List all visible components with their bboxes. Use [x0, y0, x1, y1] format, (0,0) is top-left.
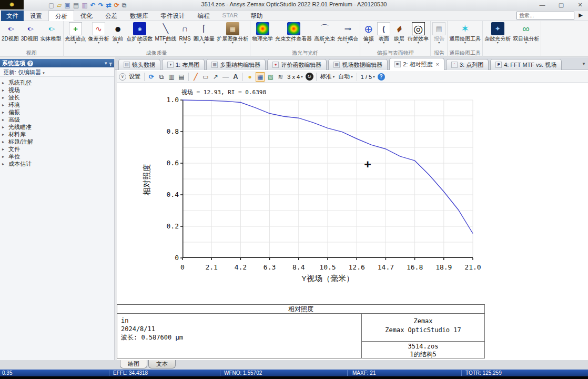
relative-illumination-plot [183, 100, 473, 258]
ribbon-psf-button[interactable]: ◉点扩散函数▾ [126, 21, 154, 44]
sidebar-item-系统孔径[interactable]: ▸系统孔径 [2, 79, 114, 86]
tab-plot-view[interactable]: 绘图 [120, 360, 147, 368]
close-tab-icon[interactable]: × [435, 61, 439, 67]
ribbon-enclosed-energy-button[interactable]: ⌈圈入能量▾ [192, 21, 216, 44]
sidebar-item-光线瞄准[interactable]: ▸光线瞄准 [2, 123, 114, 131]
grid-layout-icon[interactable]: ▦ [256, 72, 265, 82]
tab-2: 相对照度[interactable]: RI2: 相对照度× [389, 58, 444, 70]
menu-tab-帮助[interactable]: 帮助 [244, 11, 269, 21]
page-select[interactable]: 1 / 5▾ [360, 72, 376, 82]
menu-tab-优化[interactable]: 优化 [74, 11, 99, 21]
ribbon-beam-file-viewer-button[interactable]: 光束文件查看器 [274, 21, 313, 42]
ribbon-surface-button[interactable]: (表面▾ [376, 21, 391, 44]
sidebar-item-环境[interactable]: ▸环境 [2, 101, 114, 108]
search-input[interactable] [516, 12, 574, 19]
ribbon-solid-model-button[interactable]: ◗▷实体模型 [39, 21, 63, 42]
standard-select[interactable]: 标准▾ [319, 72, 336, 82]
ribbon-mtf-curve-button[interactable]: ╲MTF曲线▾ [154, 21, 178, 44]
tab-label: 视场数据编辑器 [342, 61, 382, 69]
chevron-right-icon: ▸ [2, 132, 6, 137]
maximize-button[interactable]: ▢ [555, 1, 567, 9]
pin-icon[interactable]: ┳ [109, 61, 112, 66]
sidebar-item-成本估计[interactable]: ▸成本估计 [2, 160, 114, 167]
highlight-icon[interactable]: ● [246, 72, 254, 82]
copy-icon[interactable]: ⧉ [157, 72, 166, 82]
dropdown-arrow-icon: ▾ [232, 42, 234, 44]
draw-rectangle-icon[interactable]: ▭ [201, 72, 210, 82]
menu-tab-分析[interactable]: 分析 [48, 11, 74, 21]
tab-多重结构编辑器[interactable]: ▦多重结构编辑器 [206, 59, 266, 70]
print-icon[interactable]: ▤ [177, 72, 186, 82]
help-icon[interactable]: ? [378, 73, 385, 81]
ribbon-stray-light-button[interactable]: ✦杂散光分析▾ [483, 21, 512, 44]
search-go-icon[interactable]: ▶ [579, 12, 583, 18]
menu-tab-文件[interactable]: 文件 [1, 11, 24, 21]
ribbon-lens-3d-button[interactable]: ◖▷3D视图 [20, 21, 39, 42]
sidebar-item-波长[interactable]: ▸波长 [2, 94, 114, 101]
auto-select[interactable]: 自动▾ [337, 72, 354, 82]
ribbon-lens-2d-button[interactable]: ◖▷2D视图 [1, 21, 20, 42]
menu-tab-STAR[interactable]: STAR [216, 11, 245, 21]
menu-tab-公差[interactable]: 公差 [99, 11, 124, 21]
close-button[interactable]: ✕ [574, 1, 586, 9]
help-circle-icon[interactable]: ? [27, 61, 33, 66]
save-image-icon[interactable]: ▥ [167, 72, 176, 82]
ribbon-diffraction-efficiency-button[interactable]: ◎衍射效率▾ [407, 21, 430, 44]
tab-镜头数据[interactable]: ▤镜头数据 [118, 59, 160, 70]
sidebar-item-偏振[interactable]: ▸偏振 [2, 108, 114, 116]
tab-3: 点列图[interactable]: ∴3: 点列图 [446, 59, 489, 70]
draw-arrow-icon[interactable]: ↗ [211, 72, 220, 82]
grid-size[interactable]: 3 x 4▾ [286, 72, 303, 82]
sidebar-item-视场[interactable]: ▸视场 [2, 86, 114, 94]
ribbon-report-button[interactable]: ▤报告▾ [431, 21, 447, 44]
tab-overflow-icon[interactable]: ▼ [582, 62, 586, 66]
ribbon-coating-button[interactable]: ▰膜层▾ [391, 21, 407, 44]
dropdown-arrow-icon: ▾ [438, 42, 440, 44]
menu-tab-零件设计[interactable]: 零件设计 [155, 11, 191, 21]
sidebar-item-材料库[interactable]: ▸材料库 [2, 131, 114, 138]
product-line: Zemax OpticStudio 17 [362, 326, 484, 335]
menu-tabs: 文件设置分析优化公差数据库零件设计编程STAR帮助 [0, 11, 588, 21]
update-mode-dropdown[interactable]: 更新: 仅编辑器 ▾ [0, 67, 114, 77]
sidebar-item-标题/注解[interactable]: ▸标题/注解 [2, 138, 114, 145]
replay-icon[interactable]: ↻ [306, 73, 313, 81]
ribbon-binocular-button[interactable]: ∞双目镜分析▾ [512, 21, 540, 44]
chevron-right-icon: ▸ [2, 81, 6, 85]
ribbon-extended-image-button[interactable]: ▦扩展图像分析▾ [216, 21, 249, 44]
draw-line-icon[interactable]: — [221, 72, 230, 82]
sidebar-item-高级[interactable]: ▸高级 [2, 116, 114, 123]
ribbon-aberration-button[interactable]: ∿像差分析▾ [87, 21, 110, 44]
tab-4: FFT MTF vs. 视场[interactable]: F4: FFT MTF vs. 视场 [490, 59, 562, 70]
sidebar-item-文件[interactable]: ▸文件 [2, 145, 114, 153]
refresh-icon[interactable]: ⟳ [147, 72, 156, 82]
physical-optics-icon [256, 22, 269, 35]
ribbon-rms-button[interactable]: ∩RMS▾ [177, 21, 192, 44]
sidebar-item-单位[interactable]: ▸单位 [2, 153, 114, 160]
ribbon-gaussian-beam-button[interactable]: ⌒高斯光束▾ [313, 21, 336, 44]
tab-1: 布局图[interactable]: ◑1: 布局图 [162, 59, 205, 70]
minimize-button[interactable]: — [536, 1, 548, 9]
menu-tab-数据库[interactable]: 数据库 [124, 11, 155, 21]
tab-视场数据编辑器[interactable]: ▦视场数据编辑器 [328, 59, 388, 70]
tab-text-view[interactable]: 文本 [148, 360, 176, 368]
x-tick-label: 10.5 [317, 263, 338, 271]
ribbon-wavefront-button[interactable]: ●波前▾ [110, 21, 126, 44]
ribbon-ray-trace-button[interactable]: +光线迹点▾ [64, 21, 87, 44]
tab-label: 3: 点列图 [460, 61, 483, 69]
menu-tab-编程[interactable]: 编程 [191, 11, 216, 21]
collapse-settings-icon[interactable]: ∨ [119, 73, 126, 81]
ribbon-universal-plot-button[interactable]: ✶通用绘图工具▾ [448, 21, 482, 44]
dropdown-arrow-icon: ▾ [204, 42, 205, 44]
ribbon-fiber-coupling-button[interactable]: ⊸光纤耦合▾ [336, 21, 359, 44]
draw-pencil-icon[interactable]: ╱ [191, 72, 200, 82]
settings-button[interactable]: 设置 [128, 72, 141, 82]
layers-icon[interactable]: ≋ [276, 72, 285, 82]
collapse-panel-icon[interactable]: ▾ [105, 61, 107, 66]
draw-text-icon[interactable]: A [231, 72, 240, 82]
ribbon-physical-optics-button[interactable]: 物理光学 [251, 21, 274, 42]
slides-icon[interactable]: ▧ [266, 72, 275, 82]
configuration-line: 1的结构5 [362, 351, 484, 358]
tab-评价函数编辑器[interactable]: ●评价函数编辑器 [267, 59, 327, 70]
ribbon-polarization-button[interactable]: ⊕偏振▾ [361, 21, 376, 44]
menu-tab-设置[interactable]: 设置 [24, 11, 48, 21]
